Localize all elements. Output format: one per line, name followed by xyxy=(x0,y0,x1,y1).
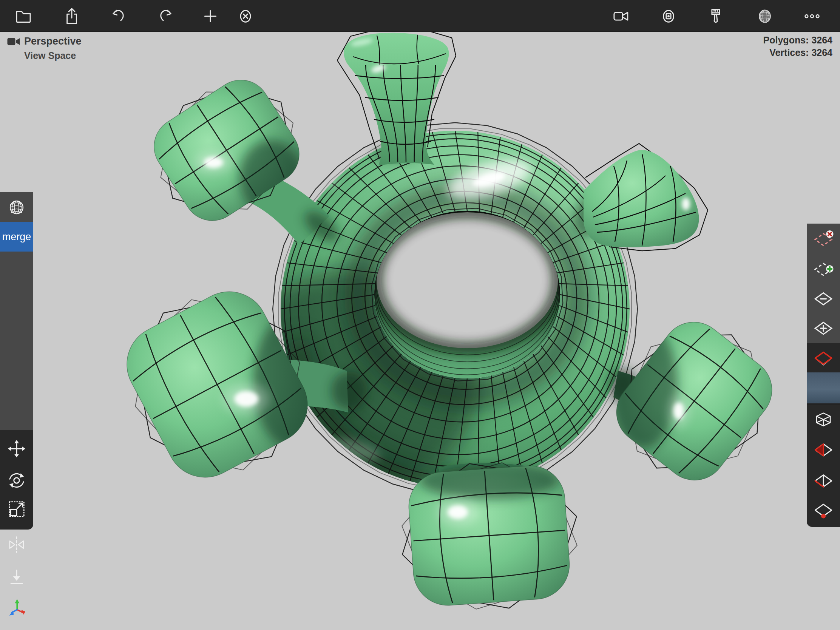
rotate-tool-button[interactable] xyxy=(0,466,33,495)
paint-button[interactable] xyxy=(705,5,727,27)
close-button[interactable] xyxy=(235,5,256,27)
subtract-face-icon xyxy=(812,287,834,309)
subtract-face-button[interactable] xyxy=(807,285,840,312)
red-face-icon xyxy=(812,347,834,369)
redo-icon xyxy=(156,6,176,27)
record-icon xyxy=(658,6,679,27)
move-icon xyxy=(6,438,28,459)
wireframe-cube-icon xyxy=(812,409,834,431)
record-button[interactable] xyxy=(658,5,679,27)
insert-face-icon xyxy=(812,317,834,339)
wireframe-cube-button[interactable] xyxy=(807,407,840,434)
add-button[interactable] xyxy=(199,5,221,27)
face-mode-icon xyxy=(812,439,834,460)
open-file-button[interactable] xyxy=(13,5,35,27)
viewport-info: Perspective View Space xyxy=(7,35,82,61)
right-toolbar-upper xyxy=(807,224,840,343)
shading-button[interactable] xyxy=(754,5,776,27)
wireframe-globe-button[interactable] xyxy=(0,193,33,222)
axes-gizmo-button[interactable] xyxy=(0,593,33,622)
scale-icon xyxy=(6,498,28,520)
face-mode-button[interactable] xyxy=(807,436,840,463)
rotate-icon xyxy=(6,469,28,491)
redo-button[interactable] xyxy=(155,5,177,27)
edge-mode-button[interactable] xyxy=(807,467,840,494)
share-button[interactable] xyxy=(61,5,83,27)
edge-mode-icon xyxy=(812,469,834,491)
add-face-icon xyxy=(812,258,834,280)
delete-face-button[interactable] xyxy=(807,226,840,253)
vertices-stat: Vertices: 3264 xyxy=(763,46,832,59)
wireframe-globe-icon xyxy=(6,196,28,218)
left-toolbar-lower xyxy=(0,430,33,529)
mirror-button[interactable] xyxy=(0,531,33,558)
drop-arrow-icon xyxy=(6,567,28,589)
shaded-sphere-icon xyxy=(755,6,775,27)
top-toolbar xyxy=(0,0,840,32)
vertex-mode-icon xyxy=(812,500,834,522)
right-toolbar-lower xyxy=(807,343,840,527)
add-face-button[interactable] xyxy=(807,255,840,283)
camera-icon xyxy=(7,36,21,46)
vertex-mode-button[interactable] xyxy=(807,497,840,524)
delete-face-icon xyxy=(812,228,834,250)
mesh-stats: Polygons: 3264 Vertices: 3264 xyxy=(763,34,832,59)
video-camera-icon xyxy=(611,6,632,27)
more-button[interactable] xyxy=(801,5,823,27)
plus-icon xyxy=(200,6,221,27)
ellipsis-icon xyxy=(802,6,822,27)
left-toolbar-upper: merge xyxy=(0,192,33,430)
close-circle-icon xyxy=(235,6,256,27)
face-tool-button[interactable] xyxy=(807,344,840,371)
camera-view-button[interactable] xyxy=(610,5,632,27)
active-selection-button[interactable] xyxy=(807,373,840,405)
share-icon xyxy=(62,6,82,27)
axes-gizmo-icon xyxy=(6,596,28,618)
mirror-icon xyxy=(6,534,28,556)
move-tool-button[interactable] xyxy=(0,434,33,463)
merge-button[interactable]: merge xyxy=(0,222,33,251)
folder-icon xyxy=(13,6,34,27)
undo-button[interactable] xyxy=(107,5,129,27)
insert-face-button[interactable] xyxy=(807,314,840,341)
polygons-stat: Polygons: 3264 xyxy=(763,34,832,46)
camera-mode-label[interactable]: Perspective xyxy=(24,35,82,47)
undo-icon xyxy=(107,6,128,27)
view-space-label[interactable]: View Space xyxy=(24,50,82,61)
model-gear-torus xyxy=(0,0,840,630)
paintbrush-icon xyxy=(706,6,726,27)
scale-tool-button[interactable] xyxy=(0,495,33,524)
viewport-canvas[interactable]: Perspective View Space Polygons: 3264 Ve… xyxy=(0,0,840,630)
drop-to-floor-button[interactable] xyxy=(0,564,33,592)
